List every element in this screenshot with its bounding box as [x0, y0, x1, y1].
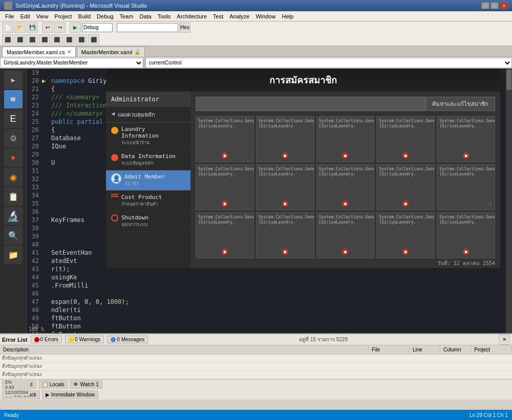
menu-help[interactable]: Help	[279, 12, 297, 20]
menu-build[interactable]: Build	[75, 12, 94, 20]
sidebar-item-shutdown[interactable]: Shutdown ออกจากระบบ	[106, 211, 190, 232]
btab-watch1[interactable]: 👁 Watch 1	[70, 380, 102, 389]
grid-item-9[interactable]: System.Collections.Generic.List`1 [Giriy…	[376, 164, 435, 210]
menu-view[interactable]: View	[33, 12, 52, 20]
sidebar-item-data[interactable]: Data Information ระบบข้อมูลหลัก	[106, 150, 190, 170]
tb2-btn3[interactable]: ⬛	[27, 34, 38, 45]
grid-item-4[interactable]: System.Collections.Generic.List`1 [Giriy…	[376, 116, 435, 162]
date-label: วันที่: 12 ตุลาคม 2554	[437, 259, 495, 267]
ls-icon-4[interactable]: ⚙	[4, 129, 23, 147]
tab-close-icon[interactable]: ✕	[67, 49, 71, 55]
tab-mastermember-xaml[interactable]: MasterMember.xaml 🔒	[77, 47, 145, 57]
menu-project[interactable]: Project	[51, 12, 75, 20]
error-col-3	[440, 371, 471, 379]
errors-badge[interactable]: 0 Errors	[31, 336, 62, 343]
minimize-button[interactable]: ─	[481, 2, 489, 9]
menu-test[interactable]: Test	[210, 12, 226, 20]
ls-icon-9[interactable]: 🔍	[4, 226, 23, 245]
tb2-btn2[interactable]: ⬛	[14, 34, 26, 45]
grid-item-10[interactable]: System.Collections.Generic.List`1 [Giriy…	[437, 164, 495, 210]
ls-icon-6[interactable]: ◉	[4, 168, 23, 186]
error-status-text: อยู่ที่ 15 รายการ 5229	[299, 336, 348, 343]
sidebar-item-cost[interactable]: Cost Product กำหนดราคาสินค้า	[106, 191, 190, 211]
search-button[interactable]: ค้นหาและแก้ไขสมาชิก	[425, 97, 495, 111]
menu-bar: File Edit View Project Build Debug Team …	[0, 11, 512, 21]
messages-badge[interactable]: 0 Messages	[107, 336, 148, 343]
tb2-btn6[interactable]: ⬛	[63, 34, 75, 45]
error-row-2: ดึงข้อมูลทุกตำแหน่ง2เลขสมาชิก.collect	[0, 363, 512, 371]
sidebar-item-laundry[interactable]: Laundry Information ระบบหน้าร้าน	[106, 123, 190, 150]
ls-icon-8[interactable]: 🔬	[4, 207, 23, 225]
menu-file[interactable]: File	[2, 12, 17, 20]
sidebar-item-admit[interactable]: 👤 Admit Member สมาชิก	[106, 170, 190, 191]
hex-btn[interactable]: Hex	[179, 23, 190, 33]
grid-item-15[interactable]: System.Collections.Generic.List`1 [Giriy…	[437, 212, 495, 258]
grid-item-8[interactable]: System.Collections.Generic.List`1 [Giriy…	[316, 164, 375, 210]
data-icon	[111, 154, 118, 161]
tab-mastermember-cs[interactable]: MasterMember.xaml.cs ✕	[2, 47, 76, 57]
tb2-btn7[interactable]: ⬛	[76, 34, 87, 45]
tb2-btn5[interactable]: ⬛	[51, 34, 62, 45]
menu-data[interactable]: Data	[136, 12, 154, 20]
debug-target-input[interactable]	[82, 23, 113, 32]
warnings-badge[interactable]: 0 Warnings	[65, 336, 104, 343]
redo-btn[interactable]: ↪	[54, 23, 66, 33]
menu-debug[interactable]: Debug	[94, 12, 116, 20]
method-dropdown[interactable]: currentControl	[145, 58, 512, 68]
btab-immediate[interactable]: ▶ Immediate Window	[42, 390, 98, 399]
undo-btn[interactable]: ↩	[42, 23, 53, 33]
menu-tools[interactable]: Tools	[155, 12, 174, 20]
error-desc-3: ดึงข้อมูลทุกตำแหน่ง2เลขสมาชิก.collect	[0, 371, 369, 379]
member-search-input[interactable]	[196, 97, 425, 111]
maximize-button[interactable]: □	[490, 2, 499, 9]
col-description[interactable]: Description	[0, 345, 369, 354]
close-error-list[interactable]: ✕	[499, 335, 510, 345]
col-line[interactable]: Line	[410, 345, 440, 354]
overlay-panel: การสมัครสมาชิก Administrator ◀ แผงควบคุม…	[106, 69, 500, 268]
search-input[interactable]	[117, 23, 178, 32]
start-btn[interactable]: ▶	[70, 23, 81, 33]
grid-item-3[interactable]: System.Collections.Generic.List`1 [Giriy…	[316, 116, 375, 162]
ls-icon-3[interactable]: E	[4, 109, 23, 128]
grid-item-11[interactable]: System.Collections.Generic.List`1 [Giriy…	[196, 212, 254, 258]
admit-title: Admit Member	[124, 173, 165, 180]
col-project[interactable]: Project	[471, 345, 512, 354]
ls-icon-10[interactable]: 📁	[4, 246, 23, 264]
panel-right: ค้นหาและแก้ไขสมาชิก System.Collections.G…	[190, 92, 500, 268]
menu-team[interactable]: Team	[117, 12, 137, 20]
close-button[interactable]: ✕	[500, 2, 508, 9]
open-btn[interactable]: 📂	[14, 23, 26, 33]
col-file[interactable]: File	[369, 345, 410, 354]
grid-item-6[interactable]: System.Collections.Generic.List`1 [Giriy…	[196, 164, 254, 210]
grid-item-5[interactable]: System.Collections.Generic.List`1 [Giriy…	[437, 116, 495, 162]
ls-icon-1[interactable]: ▶	[4, 71, 23, 89]
save-btn[interactable]: 💾	[27, 23, 38, 33]
class-dropdown[interactable]: GiriyaLaundry.Master.MasterMember	[0, 58, 143, 68]
vertical-scrollbar[interactable]	[506, 69, 512, 333]
col-column[interactable]: Column	[440, 345, 471, 354]
status-bar: Ready Ln 29 Col 1 Ch 1	[0, 410, 512, 420]
ls-icon-5[interactable]: ●	[4, 148, 23, 167]
ls-icon-2[interactable]: W	[4, 90, 23, 108]
new-btn[interactable]: 📄	[2, 23, 13, 33]
menu-architecture[interactable]: Architecture	[174, 12, 210, 20]
grid-item-2[interactable]: System.Collections.Generic.List`1 [Giriy…	[256, 116, 314, 162]
grid-item-14[interactable]: System.Collections.Generic.List`1 [Giriy…	[376, 212, 435, 258]
code-editor[interactable]: 19 20▶namespace GiriyaLaundry.Master 21{…	[27, 69, 512, 333]
sidebar-back[interactable]: ◀ แผงควบคุมหลัก	[106, 107, 190, 123]
menu-edit[interactable]: Edit	[17, 12, 33, 20]
tb2-btn4[interactable]: ⬛	[39, 34, 50, 45]
tb2-btn8[interactable]: ⬛	[88, 34, 99, 45]
grid-item-13[interactable]: System.Collections.Generic.List`1 [Giriy…	[316, 212, 375, 258]
locals-tab-label: Locals	[50, 382, 65, 387]
btab-locals[interactable]: 📋 Locals	[38, 380, 68, 389]
ls-icon-7[interactable]: 📋	[4, 187, 23, 206]
grid-item-7[interactable]: System.Collections.Generic.List`1 [Giriy…	[256, 164, 314, 210]
grid-item-1[interactable]: System.Collections.Generic.List`1 [Giriy…	[196, 116, 254, 162]
watch1-tab-label: Watch 1	[80, 382, 98, 387]
app-sidebar: Administrator ◀ แผงควบคุมหลัก Laundry In…	[106, 92, 190, 268]
menu-window[interactable]: Window	[252, 12, 279, 20]
grid-item-12[interactable]: System.Collections.Generic.List`1 [Giriy…	[256, 212, 314, 258]
menu-analyze[interactable]: Analyze	[226, 12, 252, 20]
tb2-btn1[interactable]: ⬛	[2, 34, 13, 45]
